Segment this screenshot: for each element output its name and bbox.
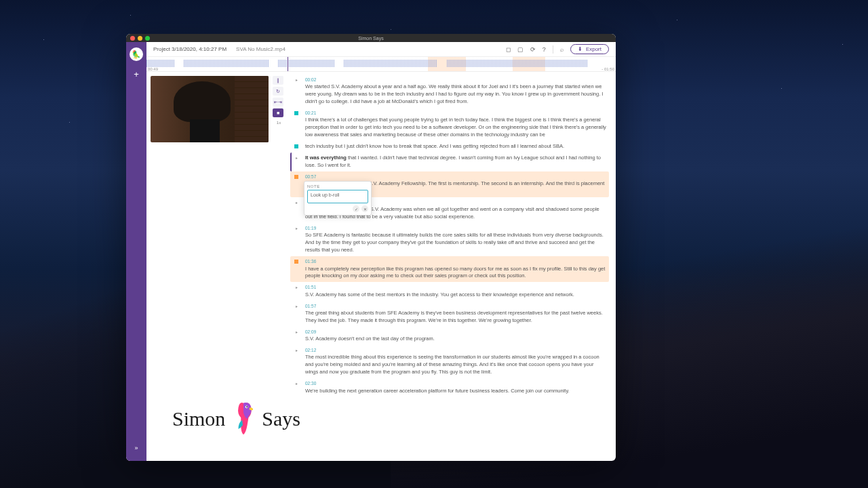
transcript-row[interactable]: ▸It was everything that I wanted. I didn… — [290, 152, 609, 171]
player-controls: ∥ ↻ ⇤⇥ ■ 1x — [273, 76, 285, 125]
transcript-text[interactable]: We're building the next generation caree… — [305, 388, 606, 395]
transcript-text[interactable]: I think there's a lot of challenges that… — [305, 117, 606, 139]
file-name: SVA No Music2.mp4 — [236, 46, 285, 52]
sidebar: 🦜 + » — [126, 42, 146, 461]
pause-button[interactable]: ∥ — [273, 76, 283, 85]
transcript-text[interactable]: I have a completely new perception like … — [305, 266, 606, 281]
transcript-text[interactable]: tech industry but I just didn't know how… — [305, 143, 606, 150]
row-tag-icon[interactable] — [294, 111, 298, 115]
row-marker-icon: ▸ — [296, 200, 298, 221]
timestamp[interactable]: 01:36 — [305, 258, 606, 264]
timestamp[interactable]: 00:21 — [305, 110, 606, 116]
transcript-row[interactable]: ▸01:19So SFE Academy is fantastic becaus… — [290, 223, 609, 256]
note-confirm-icon[interactable]: ✓ — [353, 205, 359, 212]
row-marker-icon: ▸ — [296, 285, 298, 298]
waveform-end-time: - 01:50 — [601, 67, 614, 71]
transcript-row[interactable]: ▸02:30We're building the next generation… — [290, 378, 609, 396]
playhead[interactable] — [288, 57, 288, 71]
timestamp[interactable]: 02:09 — [305, 329, 606, 335]
timestamp[interactable]: 00:02 — [305, 77, 606, 83]
row-marker-icon: ▸ — [296, 77, 298, 106]
brand-word2: Says — [262, 407, 300, 430]
row-tag-icon[interactable] — [294, 144, 298, 148]
row-marker-icon: ▸ — [296, 381, 298, 394]
main-panel: Project 3/18/2020, 4:10:27 PM SVA No Mus… — [146, 42, 616, 461]
export-button[interactable]: ⬇ Export — [570, 44, 609, 54]
brand-word1: Simon — [172, 407, 225, 430]
note-input[interactable]: Look up b-roll — [307, 190, 368, 203]
help-icon[interactable]: ? — [542, 46, 546, 53]
transcript-text[interactable]: We started S.V. Academy about a year and… — [305, 83, 606, 106]
export-label: Export — [586, 46, 601, 52]
transcript-row[interactable]: 01:36I have a completely new perception … — [290, 256, 609, 282]
collapse-sidebar-icon[interactable]: » — [134, 445, 138, 451]
timestamp[interactable]: 01:19 — [305, 225, 606, 231]
playback-speed[interactable]: 1x — [273, 121, 285, 125]
note-cancel-icon[interactable]: ✕ — [361, 205, 368, 212]
timestamp[interactable]: 00:57 — [305, 174, 606, 180]
transcript-row[interactable]: ▸02:12The most incredible thing about th… — [290, 345, 609, 378]
transcript-text[interactable]: The great thing about students from SFE … — [305, 310, 606, 325]
timestamp[interactable]: 01:51 — [305, 284, 606, 290]
transcript-row[interactable]: ▸00:02We started S.V. Academy about a ye… — [290, 75, 609, 108]
timestamp[interactable]: 01:57 — [305, 303, 606, 309]
timestamp[interactable]: 02:30 — [305, 380, 606, 386]
row-tag-icon[interactable] — [294, 260, 298, 264]
video-preview[interactable] — [151, 76, 269, 142]
history-icon[interactable]: ⟳ — [530, 46, 536, 53]
transcript-row[interactable]: ▸02:09S.V. Academy doesn't end on the la… — [290, 327, 609, 345]
brand-watermark: Simon Says — [172, 400, 300, 438]
transcript-row[interactable]: ▸01:51S.V. Academy has some of the best … — [290, 282, 609, 300]
project-label: Project 3/18/2020, 4:10:27 PM — [153, 46, 226, 52]
search-icon[interactable]: ⌕ — [560, 46, 564, 53]
loop-button[interactable]: ↻ — [273, 87, 283, 96]
row-tag-icon[interactable] — [294, 175, 298, 179]
transcript-text[interactable]: It was everything that I wanted. I didn'… — [305, 155, 606, 169]
download-icon: ⬇ — [578, 46, 583, 52]
panel-icon[interactable]: ▢ — [517, 46, 524, 53]
row-marker-icon: ▸ — [296, 329, 298, 343]
parrot-icon — [231, 400, 256, 438]
transcript-list[interactable]: ▸00:02We started S.V. Academy about a ye… — [289, 72, 616, 461]
row-marker-icon: ▸ — [296, 155, 298, 169]
waveform-timeline[interactable]: 00:49 - 01:50 — [146, 57, 616, 72]
transcript-row[interactable]: 00:21I think there's a lot of challenges… — [290, 108, 609, 141]
note-label: NOTE — [307, 184, 368, 188]
transcript-text[interactable]: S.V. Academy has some of the best mentor… — [305, 291, 606, 299]
row-marker-icon: ▸ — [296, 348, 298, 376]
app-title: Simon Says — [126, 36, 616, 41]
app-window: Simon Says 🦜 + » Project 3/18/2020, 4:10… — [126, 34, 616, 461]
row-marker-icon: ▸ — [296, 226, 298, 254]
transcript-text[interactable]: The most incredible thing about this exp… — [305, 354, 606, 376]
topbar: Project 3/18/2020, 4:10:27 PM SVA No Mus… — [146, 42, 616, 57]
note-popover: NOTE Look up b-roll ✓ ✕ — [304, 181, 372, 216]
svg-point-1 — [247, 406, 248, 407]
camera-button[interactable]: ■ — [273, 108, 283, 117]
row-marker-icon: ▸ — [296, 304, 298, 325]
transcript-text[interactable]: So SFE Academy is fantastic because it u… — [305, 232, 606, 254]
transcript-row[interactable]: ▸01:57The great thing about students fro… — [290, 301, 609, 327]
add-button[interactable]: + — [134, 69, 139, 79]
waveform-start-time: 00:49 — [148, 67, 158, 71]
transcript-row[interactable]: tech industry but I just didn't know how… — [290, 141, 609, 152]
titlebar[interactable]: Simon Says — [126, 34, 616, 42]
app-logo-icon[interactable]: 🦜 — [130, 47, 143, 61]
skip-button[interactable]: ⇤⇥ — [273, 98, 283, 106]
bookmark-icon[interactable]: ◻ — [506, 46, 511, 53]
divider — [553, 45, 553, 54]
transcript-text[interactable]: S.V. Academy doesn't end on the last day… — [305, 336, 606, 343]
timestamp[interactable]: 02:12 — [305, 347, 606, 353]
